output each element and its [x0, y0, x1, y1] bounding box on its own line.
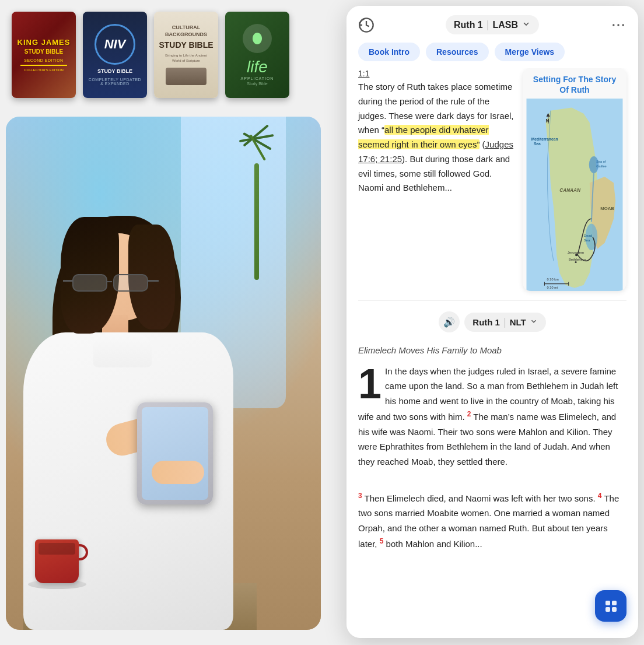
nav-right — [610, 17, 626, 33]
top-nav-bar: Ruth 1 | LASB — [346, 6, 638, 40]
nlt-book-label: Ruth 1 — [473, 317, 500, 327]
niv-circle-logo: NIV — [94, 24, 135, 65]
svg-point-19 — [575, 261, 577, 263]
svg-text:Jerusalem: Jerusalem — [568, 250, 584, 254]
chapter-verse-text: 1 In the days when the judges ruled in I… — [358, 364, 626, 469]
svg-text:Dead: Dead — [583, 234, 592, 238]
niv-title: STUDY BIBLE — [97, 68, 132, 74]
bible-app-panel: Ruth 1 | LASB Book Intro Resources Merge… — [346, 6, 638, 638]
nlt-navigation-bar: 🔊 Ruth 1 | NLT — [358, 306, 626, 338]
nlt-text-content: Elimelech Moves His Family to Moab 1 In … — [358, 343, 626, 552]
book-cover-niv[interactable]: NIV STUDY BIBLE COMPLETELY UPDATED & EXP… — [83, 12, 147, 98]
verse-num-3: 3 — [358, 492, 362, 500]
glasses — [72, 274, 160, 295]
kjv-subtitle1: STUDY BIBLE — [24, 48, 64, 55]
kjv-edition-text: COLLECTOR'S EDITION — [24, 68, 64, 72]
verse-3-4-block: 3 Then Elimelech died, and Naomi was lef… — [358, 490, 626, 552]
glasses-right-lens — [113, 274, 148, 292]
svg-text:0   20 mi: 0 20 mi — [547, 286, 558, 289]
more-options-icon[interactable] — [610, 17, 626, 33]
tab-resources[interactable]: Resources — [426, 43, 489, 61]
book-cover-cb[interactable]: CULTURALBACKGROUNDS STUDY BIBLE Bringing… — [154, 12, 218, 98]
svg-text:0   20 km: 0 20 km — [547, 278, 559, 282]
svg-point-1 — [612, 24, 615, 26]
fab-button[interactable] — [595, 590, 626, 622]
svg-point-2 — [617, 24, 620, 26]
life-study-bible-text: Study Bible — [247, 82, 267, 86]
nlt-nav-divider: | — [503, 316, 506, 328]
svg-text:Bethlehem: Bethlehem — [569, 258, 586, 262]
shirt-collar — [93, 332, 152, 367]
coffee-top — [38, 543, 75, 555]
verse3-text: Then Elimelech died, and Naomi was left … — [365, 493, 596, 503]
svg-text:Sea: Sea — [583, 239, 590, 243]
life-icon — [243, 24, 272, 53]
svg-text:Galilee: Galilee — [596, 164, 607, 168]
nav-center-pills[interactable]: Ruth 1 | LASB — [446, 15, 539, 34]
life-leaf-icon — [250, 31, 264, 45]
svg-text:Mediterranean: Mediterranean — [531, 138, 558, 142]
life-title: life — [247, 58, 268, 76]
cb-main-title: STUDY BIBLE — [159, 40, 213, 50]
separator-line — [358, 300, 626, 301]
tablet-device — [137, 402, 213, 504]
woman-reading-photo — [6, 117, 321, 630]
content-area[interactable]: 1:1 The story of Ruth takes place someti… — [346, 68, 638, 638]
tab-merge-views[interactable]: Merge Views — [495, 43, 565, 61]
nav-divider: | — [487, 19, 489, 31]
svg-text:Sea of: Sea of — [596, 160, 606, 164]
verse-text-column: 1:1 The story of Ruth takes place someti… — [358, 68, 514, 291]
verse5-text: both Mahlon and Kilion... — [386, 539, 482, 549]
kjv-divider — [20, 65, 67, 66]
svg-text:MOAB: MOAB — [600, 206, 614, 211]
cb-subtitle: Bringing to Life the AncientWorld of Scr… — [165, 53, 206, 63]
map-title: Setting For The Story Of Ruth — [523, 68, 626, 99]
svg-point-3 — [622, 24, 624, 26]
cb-label: CULTURALBACKGROUNDS — [165, 24, 207, 38]
svg-text:Sea: Sea — [534, 142, 541, 146]
audio-speaker-icon: 🔊 — [443, 317, 455, 328]
fab-dot-4 — [612, 607, 617, 612]
fab-dot-2 — [612, 601, 617, 605]
verse-num-4: 4 — [598, 492, 602, 500]
map-svg: N Mediterranean Sea Sea of Galilee CANAA… — [523, 99, 626, 291]
woman-figure — [23, 192, 257, 630]
tab-book-intro[interactable]: Book Intro — [358, 43, 420, 61]
map-card[interactable]: Setting For The Story Of Ruth — [523, 68, 626, 291]
nav-book-label: Ruth 1 — [454, 20, 483, 30]
svg-text:CANAAN: CANAAN — [559, 188, 581, 193]
verse-text-after-highlight: ( — [480, 139, 485, 149]
nav-chevron-icon[interactable] — [522, 19, 531, 31]
svg-point-17 — [575, 254, 578, 256]
history-icon[interactable] — [358, 17, 374, 33]
book-cover-kjv[interactable]: KING JAMES STUDY BIBLE SECOND EDITION CO… — [12, 12, 76, 98]
verse-body-text: The story of Ruth takes place sometime d… — [358, 80, 514, 195]
chapter-number-large: 1 — [358, 366, 382, 402]
glasses-bridge — [106, 281, 112, 282]
fab-dot-1 — [606, 601, 610, 605]
glasses-left-lens — [72, 274, 107, 292]
nlt-nav-pills[interactable]: Ruth 1 | NLT — [464, 313, 545, 332]
kjv-subtitle2: SECOND EDITION — [24, 58, 63, 62]
left-panel: KING JAMES STUDY BIBLE SECOND EDITION CO… — [0, 0, 332, 645]
life-application-text: APPLICATION — [241, 76, 274, 80]
verse-reference[interactable]: 1:1 — [358, 69, 369, 78]
book-cover-life[interactable]: life APPLICATION Study Bible — [225, 12, 289, 98]
verse-num-2: 2 — [467, 410, 471, 418]
fab-grid-icon — [604, 600, 618, 613]
kjv-title: KING JAMES — [18, 38, 71, 47]
nav-left — [358, 17, 374, 33]
nlt-nav-chevron-icon[interactable] — [530, 317, 538, 327]
audio-play-button[interactable]: 🔊 — [439, 311, 460, 332]
glasses-left-arm — [63, 280, 74, 282]
map-image: N Mediterranean Sea Sea of Galilee CANAA… — [523, 99, 626, 291]
cb-decoration — [166, 68, 206, 85]
nav-version-label: LASB — [492, 20, 518, 30]
verse-num-5: 5 — [380, 537, 384, 545]
tab-bar: Book Intro Resources Merge Views — [346, 40, 638, 68]
tablet-screen — [142, 407, 208, 500]
coffee-cup — [35, 539, 79, 583]
section-heading: Elimelech Moves His Family to Moab — [358, 343, 626, 358]
svg-text:N: N — [546, 119, 550, 124]
book-covers-row: KING JAMES STUDY BIBLE SECOND EDITION CO… — [0, 0, 332, 107]
